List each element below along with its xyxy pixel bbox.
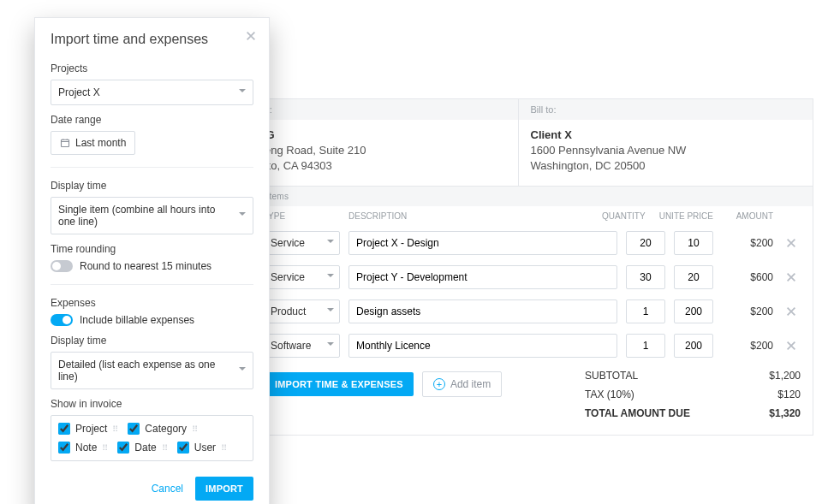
row-amount: $600: [722, 271, 773, 283]
drag-dots-icon[interactable]: ⠿: [162, 443, 167, 453]
display-time-label: Display time: [51, 180, 253, 192]
invoice-row: Service $600: [223, 260, 813, 294]
tax-label: TAX (10%): [585, 388, 634, 400]
row-amount: $200: [722, 237, 773, 249]
display-exp-select[interactable]: Detailed (list each expense as one line): [51, 352, 253, 389]
chip-note[interactable]: Note⠿: [58, 442, 107, 454]
modal-title: Import time and expenses: [51, 32, 253, 47]
plus-circle-icon: +: [433, 378, 445, 390]
row-delete-icon[interactable]: [782, 271, 801, 283]
row-type-select[interactable]: Service: [263, 265, 340, 289]
invoice-row: Service $200: [223, 226, 813, 260]
col-qty: QUANTITY: [602, 211, 645, 221]
display-exp-label: Display time: [51, 335, 253, 347]
bill-to-line2: Washington, DC 20500: [531, 158, 801, 174]
row-price-input[interactable]: [674, 334, 713, 358]
bill-from-line2: …lo Alto, CA 94303: [235, 158, 506, 174]
rounding-toggle[interactable]: [51, 260, 73, 272]
bill-from-line1: …0 Geng Road, Suite 210: [235, 143, 506, 158]
row-desc-input[interactable]: [348, 231, 617, 255]
daterange-value: Last month: [75, 137, 126, 149]
modal-footer: Cancel IMPORT: [51, 477, 253, 501]
row-desc-input[interactable]: [348, 334, 617, 358]
drag-dots-icon[interactable]: ⠿: [102, 443, 107, 453]
bill-to-name: Client X: [531, 128, 801, 141]
add-item-button[interactable]: + Add item: [422, 371, 502, 397]
chip-note-checkbox[interactable]: [58, 442, 70, 454]
row-price-input[interactable]: [674, 231, 713, 255]
row-qty-input[interactable]: [626, 334, 665, 358]
col-amt: AMOUNT: [722, 211, 773, 221]
import-modal: Import time and expenses Projects Projec…: [34, 17, 270, 504]
chip-project-checkbox[interactable]: [58, 423, 70, 435]
drag-dots-icon[interactable]: ⠿: [221, 443, 226, 453]
row-price-input[interactable]: [674, 299, 713, 323]
display-time-select[interactable]: Single item (combine all hours into one …: [51, 197, 253, 234]
invoice-header: Bill from: …DING …0 Geng Road, Suite 210…: [223, 99, 813, 187]
subtotal-label: SUBTOTAL: [585, 370, 638, 382]
row-qty-input[interactable]: [626, 265, 665, 289]
row-price-input[interactable]: [674, 265, 713, 289]
row-type-select[interactable]: Product: [263, 299, 340, 323]
bill-to-line1: 1600 Pennsylvania Avenue NW: [531, 143, 801, 158]
show-in-invoice-label: Show in invoice: [51, 398, 253, 410]
bill-to-label: Bill to:: [519, 99, 813, 120]
add-item-label: Add item: [450, 378, 491, 390]
projects-label: Projects: [51, 62, 253, 74]
total-value: $1,320: [769, 407, 801, 419]
invoice-items-header: Invoice items: [223, 187, 813, 206]
import-button[interactable]: IMPORT: [195, 477, 253, 501]
billable-expenses-text: Include billable expenses: [80, 314, 194, 326]
row-delete-icon[interactable]: [782, 237, 801, 249]
tax-value: $120: [777, 388, 801, 400]
total-label: TOTAL AMOUNT DUE: [585, 407, 690, 419]
row-qty-input[interactable]: [626, 231, 665, 255]
invoice-row: Product $200: [223, 294, 813, 329]
row-delete-icon[interactable]: [782, 305, 801, 317]
rounding-label: Time rounding: [51, 243, 253, 255]
close-icon[interactable]: [245, 30, 257, 44]
cancel-button[interactable]: Cancel: [152, 483, 183, 495]
row-qty-input[interactable]: [626, 299, 665, 323]
daterange-label: Date range: [51, 114, 253, 126]
bill-from-name: …DING: [235, 128, 506, 141]
svg-rect-0: [62, 139, 69, 146]
show-in-invoice-chips: Project⠿ Category⠿ Note⠿ Date⠿ User⠿: [51, 415, 253, 461]
chip-date-checkbox[interactable]: [117, 442, 129, 454]
chip-user[interactable]: User⠿: [177, 442, 226, 454]
divider: [51, 284, 253, 285]
invoice-panel: Bill from: …DING …0 Geng Road, Suite 210…: [223, 98, 813, 436]
daterange-picker[interactable]: Last month: [51, 131, 135, 155]
billable-expenses-toggle[interactable]: [51, 314, 73, 326]
subtotal-value: $1,200: [769, 370, 801, 382]
drag-dots-icon[interactable]: ⠿: [112, 424, 117, 434]
col-type: TYPE: [263, 211, 340, 221]
invoice-row: Software $200: [223, 329, 813, 363]
calendar-icon: [60, 138, 70, 148]
chip-category-checkbox[interactable]: [128, 423, 140, 435]
import-time-expenses-button[interactable]: IMPORT TIME & EXPENSES: [265, 372, 414, 396]
invoice-columns-header: TYPE DESCRIPTION QUANTITY UNITE PRICE AM…: [223, 206, 813, 226]
row-desc-input[interactable]: [348, 265, 617, 289]
row-desc-input[interactable]: [348, 299, 617, 323]
chip-project[interactable]: Project⠿: [58, 423, 117, 435]
row-delete-icon[interactable]: [782, 340, 801, 352]
projects-select[interactable]: Project X: [51, 80, 253, 105]
expenses-label: Expenses: [51, 297, 253, 309]
bill-to-col: Bill to: Client X 1600 Pennsylvania Aven…: [518, 99, 813, 186]
col-price: UNITE PRICE: [653, 211, 713, 221]
row-amount: $200: [722, 305, 773, 317]
drag-dots-icon[interactable]: ⠿: [192, 424, 197, 434]
invoice-totals: SUBTOTAL$1,200 TAX (10%)$120 TOTAL AMOUN…: [573, 363, 813, 435]
chip-date[interactable]: Date⠿: [117, 442, 166, 454]
row-type-select[interactable]: Service: [263, 231, 340, 255]
rounding-text: Round to nearest 15 minutes: [80, 260, 211, 272]
row-amount: $200: [722, 340, 773, 352]
row-type-select[interactable]: Software: [263, 334, 340, 358]
chip-user-checkbox[interactable]: [177, 442, 189, 454]
chip-category[interactable]: Category⠿: [128, 423, 197, 435]
col-desc: DESCRIPTION: [348, 211, 593, 221]
divider: [51, 167, 253, 168]
